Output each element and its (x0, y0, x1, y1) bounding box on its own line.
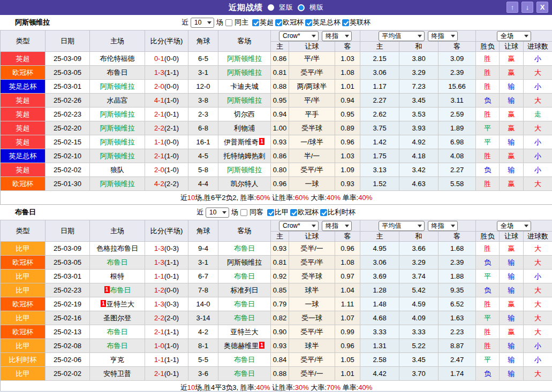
near-label: 近 (196, 207, 203, 217)
avg-final-select[interactable]: 终指 (428, 31, 458, 41)
matches-table-brugge: 类型 日期 主场 比分(半场) 角球 客场 Crow* 终指 平均值 终指 全场 (0, 220, 552, 392)
odds-source-select[interactable]: Crow* (279, 31, 319, 41)
league-checkbox-label[interactable]: 比甲 (275, 207, 289, 217)
score-cell: 2-0(0-0) (145, 80, 188, 94)
home-odds: 0.85 (271, 283, 289, 297)
league-checkbox-label[interactable]: 英联杯 (350, 18, 370, 27)
avg-away: 15.66 (438, 80, 476, 94)
team-name-heading: 阿斯顿维拉 (15, 18, 50, 27)
away-odds: 1.09 (335, 163, 360, 177)
team-name: 布鲁日 (110, 286, 131, 294)
handicap-line: 受平/半 (289, 256, 335, 270)
match-row: 英超25-03-09布伦特福德0-1(0-0)6-5阿斯顿维拉0.86平/半1.… (1, 52, 552, 66)
vertical-layout-label[interactable]: 竖版 (279, 3, 293, 12)
handicap-line: 两/两球半 (289, 80, 335, 94)
avg-source-select[interactable]: 平均值 (379, 221, 425, 231)
team-name: 布鲁日 (234, 244, 255, 252)
away-odds: 0.89 (335, 121, 360, 135)
team-name: 阿斯顿维拉 (227, 166, 262, 174)
move-up-button[interactable]: ↑ (506, 2, 518, 13)
avg-away: 1.74 (438, 367, 476, 381)
league-checkbox[interactable] (320, 209, 327, 216)
away-team-cell: 阿斯顿维拉 (218, 163, 271, 177)
same-home-checkbox[interactable] (225, 19, 232, 26)
close-button[interactable]: X (536, 2, 548, 13)
handicap-line: 一球 (289, 297, 335, 311)
home-team-cell: 安特卫普 (90, 367, 145, 381)
avg-away: 3.11 (438, 94, 476, 107)
horizontal-layout-radio[interactable] (298, 4, 305, 11)
league-checkbox-label[interactable]: 欧冠杯 (298, 207, 319, 217)
avg-draw: 5.22 (399, 339, 438, 353)
result-goals: 大 (524, 177, 552, 191)
league-checkbox[interactable] (267, 209, 274, 216)
avg-draw: 7.23 (399, 80, 438, 94)
odds-final-select[interactable]: 终指 (322, 31, 352, 41)
result-goals: 小 (524, 135, 552, 149)
league-checkbox-label[interactable]: 比利时杯 (328, 207, 356, 217)
away-team-cell: 布鲁日 (218, 367, 271, 381)
league-checkbox-label[interactable]: 欧冠杯 (283, 18, 304, 27)
odds-source-select[interactable]: Crow* (279, 221, 319, 231)
avg-final-select[interactable]: 终指 (428, 221, 458, 231)
col-header-away: 客场 (218, 30, 271, 52)
score-cell: 4-2(2-2) (145, 177, 188, 191)
result-goals: 大 (524, 367, 552, 381)
same-away-label[interactable]: 同客 (249, 207, 263, 217)
chevron-down-icon (312, 35, 316, 37)
league-checkbox[interactable] (290, 209, 297, 216)
red-card-badge: 1 (259, 138, 264, 145)
corners-cell: 6-7 (188, 270, 218, 283)
match-date: 25-02-16 (46, 311, 90, 325)
scope-select[interactable]: 全场 (497, 221, 531, 231)
home-team-cell: 阿斯顿维拉 (90, 80, 145, 94)
avg-home: 1.31 (360, 339, 399, 353)
handicap-line: 受平/半 (289, 325, 335, 339)
same-away-checkbox[interactable] (240, 209, 247, 216)
result-handicap: 赢 (500, 177, 524, 191)
vertical-layout-radio[interactable] (268, 4, 274, 11)
col-header-type: 类型 (1, 220, 46, 242)
avg-home: 1.48 (360, 297, 399, 311)
arrow-down-icon: ↓ (526, 4, 530, 11)
away-team-cell: 布鲁日 (218, 297, 271, 311)
odds-final-select[interactable]: 终指 (322, 221, 352, 231)
score-cell: 1-3(0-3) (145, 297, 188, 311)
league-checkbox[interactable] (252, 19, 259, 26)
same-home-label[interactable]: 同主 (235, 18, 248, 27)
league-checkbox[interactable] (305, 19, 312, 26)
home-team-cell: 阿斯顿维拉 (90, 107, 145, 121)
avg-away: 1.89 (438, 121, 476, 135)
score-cell: 2-2(2-1) (145, 121, 188, 135)
corners-cell: 3-8 (188, 94, 218, 107)
league-checkbox-label[interactable]: 英超 (260, 18, 274, 27)
avg-home: 1.28 (360, 283, 399, 297)
match-date: 25-03-09 (46, 242, 90, 256)
col-header-handicap-result: 让球 (500, 42, 524, 52)
league-checkbox[interactable] (342, 19, 349, 26)
league-type-cell: 英超 (1, 121, 46, 135)
handicap-line: 一球 (289, 177, 335, 191)
col-header-goals: 进球数 (524, 42, 552, 52)
avg-draw: 4.92 (399, 135, 438, 149)
match-count-select[interactable]: 10 (191, 18, 214, 28)
move-down-button[interactable]: ↓ (521, 2, 533, 13)
match-count-select[interactable]: 10 (206, 207, 229, 218)
league-checkbox[interactable] (275, 19, 282, 26)
result-goals: 大 (524, 94, 552, 107)
league-checkbox-label[interactable]: 英足总杯 (313, 18, 341, 27)
home-team-cell: 色格拉布鲁日 (90, 242, 145, 256)
home-team-cell: 圣图尔登 (90, 311, 145, 325)
away-team-cell: 布鲁日 (218, 353, 271, 367)
match-date: 25-02-26 (46, 94, 90, 107)
scope-select[interactable]: 全场 (497, 31, 531, 41)
avg-home: 3.06 (360, 66, 399, 80)
avg-home: 3.33 (360, 325, 399, 339)
avg-source-select[interactable]: 平均值 (379, 31, 425, 41)
away-odds: 1.01 (335, 80, 360, 94)
handicap-line: 受半/一 (289, 242, 335, 256)
horizontal-layout-label[interactable]: 横版 (309, 3, 323, 12)
away-odds: 1.05 (335, 353, 360, 367)
home-odds: 0.88 (271, 80, 289, 94)
avg-home: 2.58 (360, 353, 399, 367)
